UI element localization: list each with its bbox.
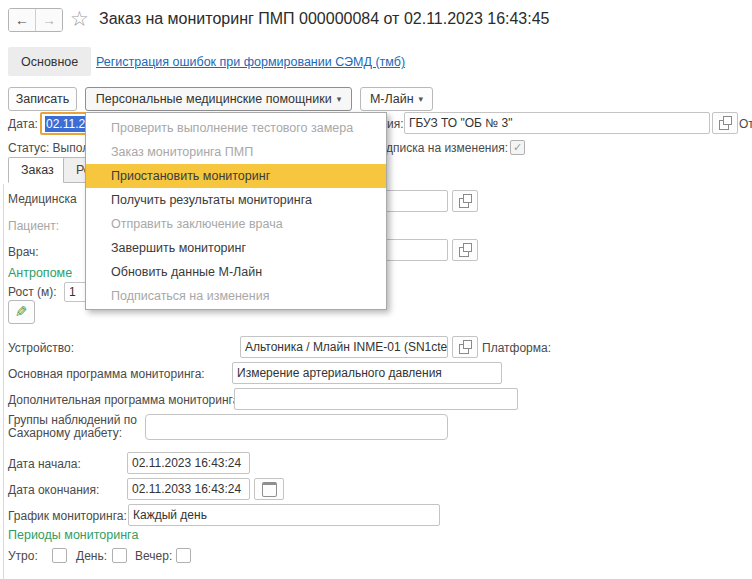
menu-item-subscribe-changes: Подписаться на изменения	[86, 284, 386, 308]
period-morning-label: Утро:	[8, 549, 38, 563]
device-choose-button[interactable]	[452, 336, 478, 358]
end-date-value: 02.11.2033 16:43:24	[132, 482, 241, 496]
chevron-down-icon: ▾	[419, 94, 424, 104]
main-program-input[interactable]: Измерение артериального давления	[232, 362, 502, 384]
anthropometry-header: Антропоме	[8, 266, 72, 280]
diabetes-groups-label-line2: Сахарному диабету:	[8, 426, 122, 440]
pmp-dropdown-menu: Проверить выполнение тестового замера За…	[85, 112, 387, 310]
start-date-input[interactable]: 02.11.2023 16:43:24	[127, 452, 250, 474]
menu-item-send-conclusion: Отправить заключение врача	[86, 212, 386, 236]
pmp-menu-button[interactable]: Персональные медицинские помощники ▾	[85, 87, 352, 111]
menu-item-get-results[interactable]: Получить результаты мониторинга	[86, 188, 386, 212]
periods-header: Периоды мониторинга	[8, 528, 138, 542]
favorite-star-icon[interactable]: ☆	[70, 8, 89, 30]
forward-arrow-icon: →	[42, 12, 56, 28]
content-left-border	[3, 184, 4, 579]
organization-label: ия:	[387, 117, 404, 131]
menu-item-finish-monitoring[interactable]: Завершить мониторинг	[86, 236, 386, 260]
medical-org-choose-button[interactable]	[452, 190, 478, 212]
height-label: Рост (м):	[8, 285, 57, 299]
main-program-value: Измерение артериального давления	[237, 366, 442, 380]
device-input[interactable]: Альтоника / Млайн INME-01 (SN1ctestT3)	[240, 336, 448, 358]
device-label: Устройство:	[8, 341, 74, 355]
mline-menu-button[interactable]: М-Лайн ▾	[360, 87, 433, 111]
period-day-label: День:	[76, 549, 107, 563]
mline-menu-label: М-Лайн	[370, 92, 414, 106]
menu-item-pause-monitoring[interactable]: Приостановить мониторинг	[86, 164, 386, 188]
back-arrow-icon: ←	[15, 12, 29, 28]
start-date-label: Дата начала:	[8, 457, 81, 471]
order-form-window: ← → ☆ Заказ на мониторинг ПМП 000000084 …	[0, 0, 752, 579]
diabetes-groups-input[interactable]	[145, 414, 448, 440]
medical-org-label: Медицинска	[8, 192, 77, 206]
save-button-label: Записать	[16, 92, 69, 106]
choose-icon	[459, 198, 469, 208]
additional-program-input[interactable]	[234, 388, 518, 410]
patient-label: Пациент:	[8, 219, 59, 233]
page-title: Заказ на мониторинг ПМП 000000084 от 02.…	[99, 10, 550, 28]
additional-program-label: Дополнительная программа мониторинга:	[8, 393, 243, 407]
menu-item-check-test-measure: Проверить выполнение тестового замера	[86, 116, 386, 140]
period-morning-checkbox[interactable]	[52, 548, 67, 563]
back-button[interactable]: ←	[9, 9, 35, 31]
main-program-label: Основная программа мониторинга:	[8, 367, 205, 381]
doctor-choose-button[interactable]	[452, 239, 478, 261]
pencil-icon: ✎	[15, 303, 28, 321]
choose-icon	[459, 344, 469, 354]
schedule-label: График мониторинга:	[8, 509, 127, 523]
end-date-calendar-button[interactable]	[254, 478, 284, 500]
platform-label: Платформа:	[482, 341, 551, 355]
pmp-menu-label: Персональные медицинские помощники	[96, 92, 332, 106]
diabetes-groups-label: Группы наблюдений по Сахарному диабету:	[8, 414, 137, 440]
schedule-input[interactable]: Каждый день	[128, 504, 440, 526]
end-date-label: Дата окончания:	[8, 483, 99, 497]
end-date-input[interactable]: 02.11.2033 16:43:24	[127, 478, 250, 500]
edit-anthropometry-button[interactable]: ✎	[8, 300, 35, 324]
period-evening-checkbox[interactable]	[176, 548, 191, 563]
period-day-checkbox[interactable]	[112, 548, 127, 563]
diabetes-groups-label-line1: Группы наблюдений по	[8, 413, 137, 427]
responsible-label-cut: От	[739, 117, 752, 131]
semd-errors-link[interactable]: Регистрация ошибок при формировании СЭМД…	[96, 55, 405, 69]
start-date-value: 02.11.2023 16:43:24	[132, 456, 241, 470]
date-label: Дата:	[8, 117, 38, 131]
device-value: Альтоника / Млайн INME-01 (SN1ctestT3)	[245, 340, 448, 354]
chevron-down-icon: ▾	[337, 94, 342, 104]
status-text: Статус: Выпол	[8, 141, 89, 155]
subscription-label: Подписка на изменения:	[371, 141, 508, 155]
forward-button[interactable]: →	[35, 9, 62, 31]
schedule-value: Каждый день	[133, 508, 207, 522]
organization-input[interactable]: ГБУЗ ТО "ОБ № 3"	[404, 112, 710, 134]
calendar-icon	[262, 482, 277, 497]
menu-item-update-mline[interactable]: Обновить данные М-Лайн	[86, 260, 386, 284]
period-evening-label: Вечер:	[135, 549, 172, 563]
doctor-label: Врач:	[8, 245, 39, 259]
menu-item-order-monitoring: Заказ мониторинга ПМП	[86, 140, 386, 164]
history-nav-group: ← →	[8, 8, 63, 32]
choose-icon	[719, 120, 729, 130]
tab-order[interactable]: Заказ	[8, 157, 67, 183]
organization-choose-button[interactable]	[712, 112, 738, 134]
save-button[interactable]: Записать	[8, 87, 77, 111]
subscription-checkbox: ✓	[510, 140, 525, 155]
organization-value: ГБУЗ ТО "ОБ № 3"	[409, 116, 512, 130]
check-icon: ✓	[513, 141, 522, 154]
choose-icon	[459, 247, 469, 257]
height-value: 1	[69, 285, 76, 299]
tab-main[interactable]: Основное	[8, 47, 91, 76]
